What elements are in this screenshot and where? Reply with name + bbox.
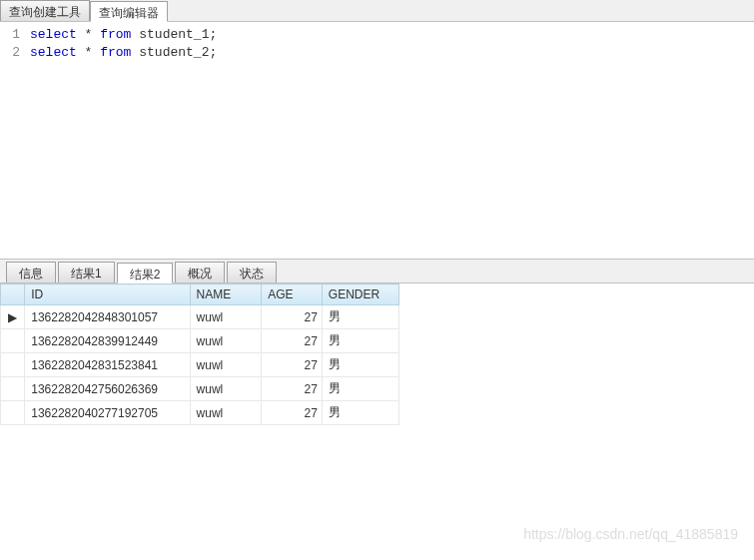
cell-gender[interactable]: 男: [322, 305, 398, 329]
tab-status[interactable]: 状态: [227, 262, 277, 282]
cell-age[interactable]: 27: [262, 353, 323, 377]
cell-gender[interactable]: 男: [322, 401, 398, 425]
cell-age[interactable]: 27: [262, 305, 323, 329]
table-row[interactable]: 1362282042756026369wuwl27男: [1, 377, 399, 401]
column-header-id[interactable]: ID: [25, 284, 190, 305]
row-current-marker-icon: ▶: [1, 305, 25, 329]
cell-age[interactable]: 27: [262, 401, 323, 425]
column-header-name[interactable]: NAME: [190, 284, 262, 305]
result-grid: ID NAME AGE GENDER ▶1362282042848301057w…: [0, 283, 754, 425]
table-row[interactable]: 1362282042831523841wuwl27男: [1, 353, 399, 377]
editor-line: 2select * from student_2;: [0, 44, 754, 62]
tab-query-builder[interactable]: 查询创建工具: [0, 0, 90, 21]
result-tabs: 信息 结果1 结果2 概况 状态: [0, 260, 754, 283]
cell-age[interactable]: 27: [262, 329, 323, 353]
column-header-gender[interactable]: GENDER: [322, 284, 398, 305]
row-marker-header: [1, 284, 25, 305]
cell-gender[interactable]: 男: [322, 353, 398, 377]
line-number: 2: [0, 44, 30, 62]
cell-name[interactable]: wuwl: [190, 377, 262, 401]
tab-info[interactable]: 信息: [6, 262, 56, 282]
row-current-marker-icon: [1, 353, 25, 377]
cell-name[interactable]: wuwl: [190, 401, 262, 425]
cell-name[interactable]: wuwl: [190, 353, 262, 377]
result-table[interactable]: ID NAME AGE GENDER ▶1362282042848301057w…: [0, 283, 399, 425]
row-current-marker-icon: [1, 401, 25, 425]
line-code[interactable]: select * from student_2;: [30, 44, 217, 62]
tab-query-editor[interactable]: 查询编辑器: [90, 1, 168, 22]
tab-result1[interactable]: 结果1: [58, 262, 115, 282]
line-code[interactable]: select * from student_1;: [30, 26, 217, 44]
editor-line: 1select * from student_1;: [0, 26, 754, 44]
cell-name[interactable]: wuwl: [190, 305, 262, 329]
editor-tabs: 查询创建工具 查询编辑器: [0, 0, 754, 22]
row-current-marker-icon: [1, 377, 25, 401]
cell-id[interactable]: 1362282042848301057: [25, 305, 190, 329]
cell-id[interactable]: 1362282042839912449: [25, 329, 190, 353]
table-row[interactable]: 1362282042839912449wuwl27男: [1, 329, 399, 353]
column-header-age[interactable]: AGE: [262, 284, 323, 305]
cell-id[interactable]: 1362282042756026369: [25, 377, 190, 401]
table-row[interactable]: 1362282040277192705wuwl27男: [1, 401, 399, 425]
cell-gender[interactable]: 男: [322, 377, 398, 401]
sql-editor[interactable]: 1select * from student_1;2select * from …: [0, 22, 754, 260]
cell-id[interactable]: 1362282042831523841: [25, 353, 190, 377]
row-current-marker-icon: [1, 329, 25, 353]
table-row[interactable]: ▶1362282042848301057wuwl27男: [1, 305, 399, 329]
watermark: https://blog.csdn.net/qq_41885819: [523, 526, 738, 542]
cell-name[interactable]: wuwl: [190, 329, 262, 353]
tab-result2[interactable]: 结果2: [117, 263, 174, 283]
cell-id[interactable]: 1362282040277192705: [25, 401, 190, 425]
cell-gender[interactable]: 男: [322, 329, 398, 353]
tab-profile[interactable]: 概况: [175, 262, 225, 282]
line-number: 1: [0, 26, 30, 44]
cell-age[interactable]: 27: [262, 377, 323, 401]
